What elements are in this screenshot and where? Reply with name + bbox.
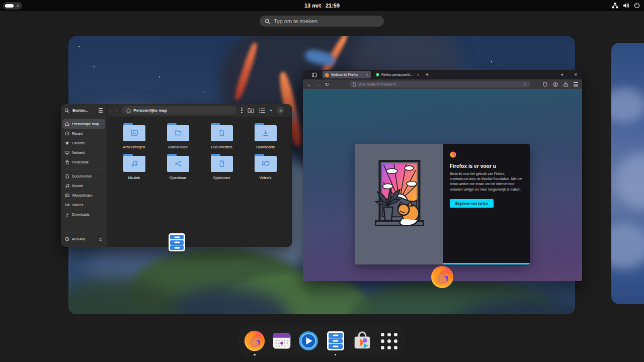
back-button[interactable]: ‹ — [107, 108, 114, 114]
sidebar-item-pictures[interactable]: Afbeeldingen — [62, 191, 105, 200]
firefox-tab-bar: Welkom bij Firefox × Firefox-privacyverk… — [303, 70, 582, 79]
list-view-icon[interactable] — [259, 108, 265, 113]
sidebar-divider — [65, 232, 103, 232]
save-page-icon[interactable] — [564, 82, 568, 87]
path-bar[interactable]: Persoonlijke map — [122, 106, 236, 115]
search-icon[interactable] — [64, 108, 69, 113]
files-content-area: Afbeeldingen Bureaublad Documenten Downl… — [107, 117, 292, 247]
fox-window-illustration — [368, 156, 430, 252]
sidebar-item-favorites[interactable]: Favoriet — [62, 138, 105, 148]
folder-search-icon[interactable] — [248, 108, 254, 113]
files-icon — [327, 331, 344, 350]
system-status-area[interactable] — [612, 0, 640, 11]
sidebar-item-home[interactable]: Persoonlijke map — [62, 119, 105, 129]
dock-item-calendar[interactable] — [271, 330, 293, 352]
forward-button[interactable]: › — [114, 108, 121, 114]
tab-welcome[interactable]: Welkom bij Firefox × — [323, 71, 371, 78]
download-icon — [65, 212, 69, 217]
back-icon[interactable]: ← — [307, 82, 311, 87]
template-emblem-icon — [218, 160, 225, 167]
folder-videos[interactable]: Video's — [244, 154, 287, 180]
path-label: Persoonlijke map — [133, 108, 167, 113]
clock-icon — [65, 131, 69, 136]
tab-close-icon[interactable]: × — [417, 72, 419, 77]
home-icon — [65, 122, 69, 126]
sidebar-item-network[interactable]: Netwerk — [62, 148, 105, 157]
files-headerbar: Bestan... ‹ › Persoonlijke map ▾ × — [61, 104, 292, 117]
bookmark-star-icon[interactable]: ☆ — [523, 82, 526, 86]
welcome-illustration-panel — [355, 144, 443, 264]
close-window-button[interactable]: × — [277, 107, 284, 114]
files-window[interactable]: Bestan... ‹ › Persoonlijke map ▾ × — [61, 104, 292, 247]
sidebar-item-music[interactable]: Muziek — [62, 181, 105, 191]
files-app-badge[interactable] — [169, 233, 185, 251]
welcome-heading: Firefox is er voor u — [450, 163, 523, 169]
welcome-body: Bedankt voor het gebruik van Firefox, on… — [450, 171, 523, 192]
reload-icon[interactable]: ↻ — [325, 82, 329, 87]
sidebar-divider — [65, 169, 103, 169]
star-icon — [65, 141, 69, 145]
firefox-app-badge[interactable] — [430, 265, 454, 291]
document-icon — [65, 174, 69, 178]
search-input[interactable] — [274, 18, 379, 24]
new-tab-button[interactable]: + — [426, 72, 429, 77]
folder-templates[interactable]: Sjablonen — [200, 154, 244, 180]
sidebar-item-videos[interactable]: Video's — [62, 200, 105, 210]
firefox-icon — [244, 330, 266, 352]
dash-dock — [238, 325, 406, 357]
music-icon — [65, 184, 69, 188]
view-dropdown-icon[interactable]: ▾ — [270, 109, 272, 113]
eject-icon[interactable] — [98, 237, 103, 241]
sidebar-item-downloads[interactable]: Downloads — [62, 210, 105, 219]
dock-item-files[interactable] — [325, 330, 347, 352]
account-icon[interactable] — [553, 82, 558, 87]
media-player-icon — [298, 330, 319, 351]
workspace-preview-2[interactable] — [611, 43, 644, 304]
firefox-logo — [430, 265, 454, 289]
clock-time: 21:59 — [326, 3, 340, 9]
overview-search[interactable] — [260, 16, 384, 27]
clock-date: 13 mrt — [304, 3, 321, 9]
sidebar-item-documents[interactable]: Documenten — [62, 171, 105, 181]
disc-icon — [65, 237, 69, 241]
kebab-menu-icon[interactable] — [241, 108, 243, 114]
onboarding-progress-bar — [443, 263, 530, 264]
folder-downloads[interactable]: Downloads — [244, 123, 287, 149]
tab-close-icon[interactable]: × — [366, 72, 368, 77]
tab-privacy-notice[interactable]: Firefox-privacyverklaring × — [373, 71, 422, 78]
download-emblem-icon — [262, 130, 269, 136]
dock-item-software[interactable] — [351, 330, 373, 352]
start-browsing-button[interactable]: Beginnen met surfen — [450, 199, 494, 208]
menu-icon[interactable] — [574, 82, 578, 86]
list-tabs-icon[interactable]: ▾ — [561, 72, 563, 77]
image-emblem-icon — [131, 130, 138, 136]
video-emblem-icon — [262, 160, 270, 166]
firefox-window[interactable]: Welkom bij Firefox × Firefox-privacyverk… — [303, 70, 582, 281]
welcome-text-panel: Firefox is er voor u Bedankt voor het ge… — [443, 144, 530, 264]
clock[interactable]: 13 mrt 21:59 — [0, 0, 644, 11]
sidebar-item-recent[interactable]: Recent — [62, 129, 105, 138]
sidebar-item-trash[interactable]: Prullenbak — [62, 157, 105, 167]
folder-music[interactable]: Muziek — [112, 154, 156, 180]
forward-icon[interactable]: → — [316, 82, 320, 87]
software-store-icon — [352, 330, 373, 351]
folder-desktop[interactable]: Bureaublad — [156, 123, 200, 149]
tracking-shield-icon[interactable] — [543, 82, 547, 87]
hamburger-menu-icon[interactable] — [99, 108, 103, 112]
url-bar[interactable]: Voer zoekterm of adres in ☆ — [350, 81, 530, 87]
folder-pictures[interactable]: Afbeeldingen — [112, 123, 156, 149]
sidebar-item-device-arkane[interactable]: ARKANE_... — [62, 234, 105, 244]
home-icon — [126, 108, 131, 113]
page-icon — [353, 82, 356, 86]
dock-item-app-grid[interactable] — [378, 330, 400, 352]
image-icon — [65, 193, 69, 198]
trash-icon — [65, 160, 69, 164]
dock-item-firefox[interactable] — [244, 330, 266, 352]
folder-public[interactable]: Openbaar — [156, 154, 200, 180]
firefox-view-icon[interactable] — [312, 72, 317, 77]
dock-item-media-player[interactable] — [297, 330, 319, 352]
folder-documents[interactable]: Documenten — [200, 123, 244, 149]
files-app-title: Bestan... — [72, 108, 96, 113]
files-sidebar: Persoonlijke map Recent Favoriet Netwerk… — [61, 117, 107, 247]
close-window-icon[interactable]: × — [574, 72, 577, 77]
